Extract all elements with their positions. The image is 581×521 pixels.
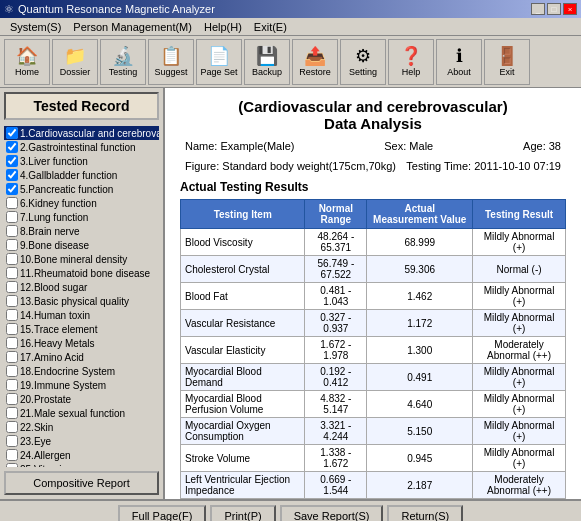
table-row: Myocardial Blood Demand0.192 - 0.4120.49… xyxy=(181,364,566,391)
record-checkbox[interactable] xyxy=(6,253,18,265)
testing-icon: 🔬 xyxy=(112,47,134,65)
record-checkbox[interactable] xyxy=(6,281,18,293)
record-item[interactable]: 15.Trace element xyxy=(4,322,159,336)
bottom-buttons: Full Page(F)Print(P)Save Report(S)Return… xyxy=(0,500,581,521)
record-checkbox[interactable] xyxy=(6,323,18,335)
table-cell: Cholesterol Crystal xyxy=(181,256,305,283)
record-checkbox[interactable] xyxy=(6,225,18,237)
record-item[interactable]: 4.Gallbladder function xyxy=(4,168,159,182)
record-checkbox[interactable] xyxy=(6,365,18,377)
record-item[interactable]: 2.Gastrointestinal function xyxy=(4,140,159,154)
toolbar-btn-help[interactable]: ❓Help xyxy=(388,39,434,85)
record-label: 21.Male sexual function xyxy=(20,408,125,419)
full-page-btn[interactable]: Full Page(F) xyxy=(118,505,207,521)
record-checkbox[interactable] xyxy=(6,449,18,461)
record-item[interactable]: 13.Basic physical quality xyxy=(4,294,159,308)
print-btn[interactable]: Print(P) xyxy=(210,505,275,521)
record-label: 4.Gallbladder function xyxy=(20,170,117,181)
record-label: 6.Kidney function xyxy=(20,198,97,209)
record-item[interactable]: 20.Prostate xyxy=(4,392,159,406)
menu-person-management[interactable]: Person Management(M) xyxy=(67,21,198,33)
record-item[interactable]: 8.Brain nerve xyxy=(4,224,159,238)
composite-report-btn[interactable]: Compositive Report xyxy=(4,471,159,495)
menu-exit[interactable]: Exit(E) xyxy=(248,21,293,33)
record-item[interactable]: 3.Liver function xyxy=(4,154,159,168)
toolbar-btn-home[interactable]: 🏠Home xyxy=(4,39,50,85)
toolbar-btn-backup[interactable]: 💾Backup xyxy=(244,39,290,85)
table-cell: Mildly Abnormal (+) xyxy=(473,229,566,256)
record-item[interactable]: 22.Skin xyxy=(4,420,159,434)
app-title: Quantum Resonance Magnetic Analyzer xyxy=(18,3,215,15)
record-checkbox[interactable] xyxy=(6,239,18,251)
record-item[interactable]: 12.Blood sugar xyxy=(4,280,159,294)
table-cell: Mildly Abnormal (+) xyxy=(473,445,566,472)
record-checkbox[interactable] xyxy=(6,183,18,195)
table-cell: Mildly Abnormal (+) xyxy=(473,418,566,445)
toolbar-btn-exit[interactable]: 🚪Exit xyxy=(484,39,530,85)
toolbar-btn-suggest[interactable]: 📋Suggest xyxy=(148,39,194,85)
record-item[interactable]: 24.Allergen xyxy=(4,448,159,462)
record-item[interactable]: 23.Eye xyxy=(4,434,159,448)
record-item[interactable]: 18.Endocrine System xyxy=(4,364,159,378)
table-row: Myocardial Oxygen Consumption3.321 - 4.2… xyxy=(181,418,566,445)
record-checkbox[interactable] xyxy=(6,155,18,167)
record-checkbox[interactable] xyxy=(6,337,18,349)
record-checkbox[interactable] xyxy=(6,295,18,307)
table-cell: 0.327 - 0.937 xyxy=(305,310,367,337)
record-item[interactable]: 9.Bone disease xyxy=(4,238,159,252)
record-checkbox[interactable] xyxy=(6,407,18,419)
menu-system[interactable]: System(S) xyxy=(4,21,67,33)
table-cell: Myocardial Blood Perfusion Volume xyxy=(181,391,305,418)
restore-icon: 📤 xyxy=(304,47,326,65)
app-icon: ⚛ xyxy=(4,3,14,16)
record-checkbox[interactable] xyxy=(6,351,18,363)
record-item[interactable]: 21.Male sexual function xyxy=(4,406,159,420)
record-checkbox[interactable] xyxy=(6,169,18,181)
toolbar-btn-restore[interactable]: 📤Restore xyxy=(292,39,338,85)
record-item[interactable]: 1.Cardiovascular and cerebrovasc... xyxy=(4,126,159,140)
table-row: Stroke Volume1.338 - 1.6720.945Mildly Ab… xyxy=(181,445,566,472)
close-btn[interactable]: × xyxy=(563,3,577,15)
record-item[interactable]: 11.Rheumatoid bone disease xyxy=(4,266,159,280)
record-checkbox[interactable] xyxy=(6,267,18,279)
record-checkbox[interactable] xyxy=(6,141,18,153)
record-item[interactable]: 16.Heavy Metals xyxy=(4,336,159,350)
record-checkbox[interactable] xyxy=(6,211,18,223)
menu-help[interactable]: Help(H) xyxy=(198,21,248,33)
table-row: Vascular Elasticity1.672 - 1.9781.300Mod… xyxy=(181,337,566,364)
maximize-btn[interactable]: □ xyxy=(547,3,561,15)
record-checkbox[interactable] xyxy=(6,309,18,321)
col-normal-range: Normal Range xyxy=(305,200,367,229)
record-label: 3.Liver function xyxy=(20,156,88,167)
setting-icon: ⚙ xyxy=(355,47,371,65)
toolbar-btn-testing[interactable]: 🔬Testing xyxy=(100,39,146,85)
window-controls: _ □ × xyxy=(531,3,577,15)
toolbar-btn-dossier[interactable]: 📁Dossier xyxy=(52,39,98,85)
minimize-btn[interactable]: _ xyxy=(531,3,545,15)
return-btn[interactable]: Return(S) xyxy=(387,505,463,521)
record-checkbox[interactable] xyxy=(6,463,18,467)
record-label: 22.Skin xyxy=(20,422,53,433)
record-item[interactable]: 10.Bone mineral density xyxy=(4,252,159,266)
record-checkbox[interactable] xyxy=(6,421,18,433)
record-item[interactable]: 7.Lung function xyxy=(4,210,159,224)
record-item[interactable]: 6.Kidney function xyxy=(4,196,159,210)
record-item[interactable]: 25.Vitamin xyxy=(4,462,159,467)
record-item[interactable]: 5.Pancreatic function xyxy=(4,182,159,196)
record-item[interactable]: 19.Immune System xyxy=(4,378,159,392)
record-checkbox[interactable] xyxy=(6,379,18,391)
record-checkbox[interactable] xyxy=(6,197,18,209)
toolbar-btn-about[interactable]: ℹAbout xyxy=(436,39,482,85)
title-bar: ⚛ Quantum Resonance Magnetic Analyzer _ … xyxy=(0,0,581,18)
table-row: Left Ventricular Effective Pump Power1.5… xyxy=(181,499,566,500)
record-checkbox[interactable] xyxy=(6,435,18,447)
record-item[interactable]: 14.Human toxin xyxy=(4,308,159,322)
record-item[interactable]: 17.Amino Acid xyxy=(4,350,159,364)
record-label: 13.Basic physical quality xyxy=(20,296,129,307)
record-checkbox[interactable] xyxy=(6,393,18,405)
report-title: (Cardiovascular and cerebrovascular) Dat… xyxy=(180,98,566,132)
toolbar-btn-setting[interactable]: ⚙Setting xyxy=(340,39,386,85)
toolbar-btn-page-set[interactable]: 📄Page Set xyxy=(196,39,242,85)
save-report-btn[interactable]: Save Report(S) xyxy=(280,505,384,521)
record-checkbox[interactable] xyxy=(6,127,18,139)
